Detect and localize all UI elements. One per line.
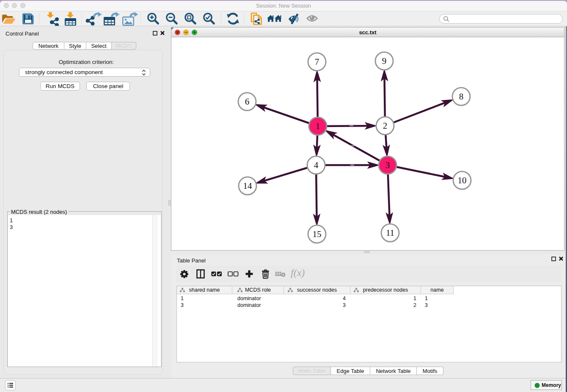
svg-text:8: 8 [459, 91, 464, 102]
svg-text:3: 3 [385, 160, 390, 170]
svg-text:6: 6 [245, 97, 250, 107]
svg-text:4: 4 [314, 160, 319, 170]
svg-text:15: 15 [313, 229, 322, 239]
svg-text:14: 14 [243, 181, 253, 191]
svg-text:2: 2 [383, 121, 388, 131]
svg-text:9: 9 [382, 56, 387, 66]
svg-text:11: 11 [386, 228, 394, 238]
svg-text:10: 10 [458, 175, 467, 185]
svg-text:1: 1 [316, 121, 320, 131]
svg-text:7: 7 [315, 57, 319, 67]
